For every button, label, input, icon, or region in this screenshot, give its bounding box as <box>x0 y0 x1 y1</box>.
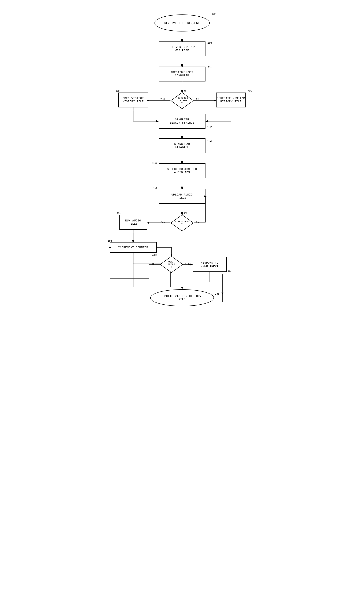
label-145: 145 <box>182 212 187 215</box>
yes-label-160: YES <box>185 263 190 266</box>
label-165: 165 <box>215 292 220 295</box>
no-label-145: NO <box>196 221 199 224</box>
node-115: PREVIOUSVISITOR? <box>170 92 194 109</box>
label-115: 115 <box>182 90 187 93</box>
no-label-160: NO <box>152 263 155 266</box>
node-160: USERINPUT? <box>160 256 183 273</box>
node-162: RESPOND TO USER INPUT <box>193 257 227 272</box>
node-130: OPEN VISITOR HISTORY FILE <box>118 93 148 108</box>
label-120: 120 <box>248 90 252 93</box>
node-145: SUFFICIENT? <box>170 215 194 231</box>
node-155: INCREMENT COUNTER <box>110 242 156 253</box>
yes-label-145: YES <box>160 221 165 224</box>
label-100: 100 <box>212 13 217 16</box>
label-162: 162 <box>228 270 232 273</box>
node-120: GENERATE VISITOR HISTORY FILE <box>216 93 246 108</box>
label-135: 135 <box>152 162 157 165</box>
node-165: UPDATE VISITOR HISTORY FILE <box>150 289 214 306</box>
no-label-115: NO <box>196 98 199 101</box>
label-150: 150 <box>117 212 121 215</box>
node-105: DELIVER DESIRED WEB PAGE <box>159 42 206 56</box>
label-110: 110 <box>208 66 212 69</box>
node-132: GENERATE SEARCH STRINGS <box>159 114 206 129</box>
node-140: UPLOAD AUDIO FILES <box>159 189 206 204</box>
label-130: 130 <box>116 90 121 93</box>
label-132: 132 <box>207 126 212 129</box>
node-135: SELECT CUSTOMIZED AUDIO ADS <box>159 163 206 178</box>
node-110: IDENTIFY USER COMPUTER <box>159 67 206 81</box>
flowchart-diagram: RECEIVE HTTP REQUEST 100 DELIVER DESIRED… <box>108 9 257 593</box>
label-155: 155 <box>108 239 112 243</box>
label-105: 105 <box>208 42 212 44</box>
node-100: RECEIVE HTTP REQUEST <box>155 14 210 32</box>
label-160: 160 <box>152 254 157 257</box>
label-140: 140 <box>152 187 157 190</box>
label-134: 134 <box>207 140 212 143</box>
node-134: SEARCH AD DATABASE <box>159 138 206 153</box>
node-150: RUN AUDIO FILES <box>119 215 147 230</box>
yes-label-115: YES <box>160 98 165 101</box>
